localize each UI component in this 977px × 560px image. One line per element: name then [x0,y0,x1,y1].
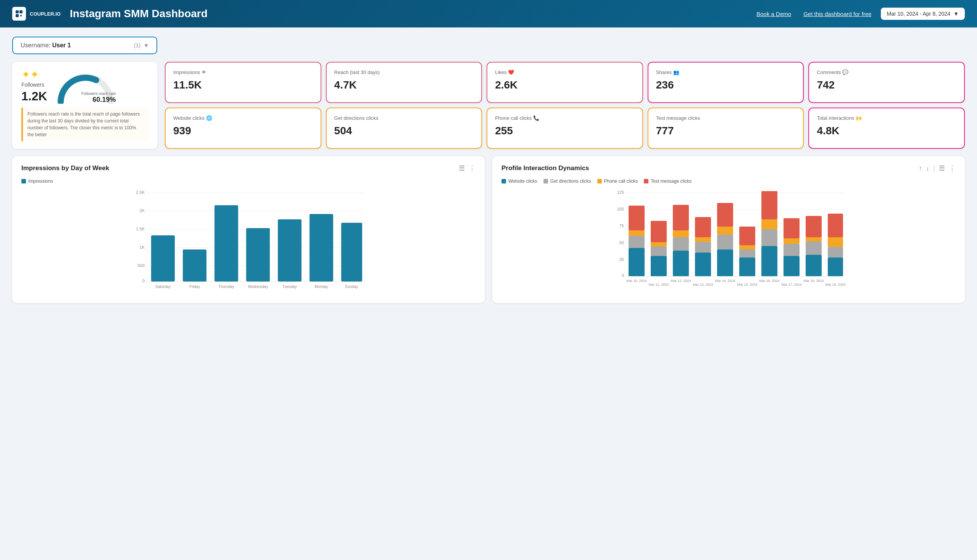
svg-text:1.5K: 1.5K [136,227,145,231]
top-section: ✦✦ Followers 1.2K Followers reach rate 6… [12,62,965,149]
profile-chart-title: Profile Interaction Dynamics [501,164,589,172]
svg-rect-63 [739,250,755,257]
impressions-chart-title: Impressions by Day of Week [22,164,109,172]
svg-rect-67 [762,229,777,246]
svg-rect-70 [783,256,800,276]
svg-rect-1 [20,10,23,13]
header-links: Book a Demo Get this dashboard for free [757,11,871,17]
svg-rect-54 [695,253,711,276]
chart-header: Profile Interaction Dynamics ↑ ↓ | ☰ ⋮ [501,164,955,172]
chart-legend: Impressions [22,178,476,184]
username-label: Username: User 1 [21,42,71,49]
svg-rect-20 [214,205,238,282]
followers-label: Followers [22,82,47,88]
svg-text:0: 0 [142,278,145,283]
date-range-label: Mar 10, 2024 - Apr 8, 2024 [887,11,951,17]
metric-impressions: Impressions 👁 11.5K [165,62,321,103]
svg-text:75: 75 [620,223,624,228]
svg-text:2K: 2K [140,208,145,213]
metric-value: 742 [817,79,956,91]
svg-text:Mar 17, 2024: Mar 17, 2024 [781,283,802,287]
more-icon[interactable]: ⋮ [949,164,955,172]
svg-rect-75 [806,242,822,255]
legend-label: Get directions clicks [550,178,591,184]
svg-rect-50 [673,251,689,276]
metric-value: 4.7K [334,79,474,91]
legend-directions: Get directions clicks [543,178,591,184]
metric-label: Reach (last 30 days) [334,70,474,75]
metric-value: 4.8K [817,125,956,137]
metric-value: 11.5K [173,79,313,91]
username-selector[interactable]: Username: User 1 (1) ▼ [12,37,157,54]
svg-rect-74 [806,255,822,276]
svg-text:Mar 19, 2024: Mar 19, 2024 [825,283,845,287]
svg-rect-56 [695,237,711,242]
sort-down-icon[interactable]: ↓ [926,164,929,172]
metric-label: Shares 👥 [656,70,796,75]
filter-icon[interactable]: ☰ [939,164,945,172]
user-count: (1) [134,42,140,48]
main-content: Username: User 1 (1) ▼ ✦✦ Followers 1.2K [0,27,977,312]
followers-card: ✦✦ Followers 1.2K Followers reach rate 6… [12,62,157,149]
svg-text:25: 25 [620,257,624,262]
svg-rect-79 [828,247,843,257]
metrics-grid: Impressions 👁 11.5K Reach (last 30 days)… [165,62,965,149]
svg-text:Mar 16, 2024: Mar 16, 2024 [759,279,779,283]
svg-rect-46 [651,256,667,276]
stacked-chart-legend: Website clicks Get directions clicks Pho… [501,178,955,184]
date-range-picker[interactable]: Mar 10, 2024 - Apr 8, 2024 ▼ [881,8,965,20]
legend-phone: Phone call clicks [597,178,638,184]
chevron-down-icon: ▼ [954,11,959,17]
followers-note: Followers reach rate is the total reach … [22,108,148,141]
metric-likes: Likes ❤️ 2.6K [487,62,643,103]
metric-reach: Reach (last 30 days) 4.7K [326,62,483,103]
brand-name: COUPLER.IO [30,11,61,17]
metric-label: Get directions clicks [334,115,474,121]
more-icon[interactable]: ⋮ [469,164,476,172]
impressions-chart-card: Impressions by Day of Week ☰ ⋮ Impressio… [12,157,485,303]
svg-text:Mar 14, 2024: Mar 14, 2024 [715,279,735,283]
legend-label: Impressions [28,178,53,184]
svg-rect-76 [806,237,822,242]
metric-label: Website clicks 🌐 [173,115,313,121]
legend-color [22,179,26,183]
legend-text: Text message clicks [644,178,691,184]
svg-rect-60 [717,227,733,235]
profile-stacked-chart: 125 100 75 50 25 0 [501,188,955,290]
legend-impressions: Impressions [22,178,53,184]
svg-rect-28 [341,223,362,282]
svg-rect-81 [828,213,843,237]
svg-rect-45 [628,206,645,230]
metric-phone-clicks: Phone call clicks 📞 255 [487,108,643,149]
svg-rect-65 [739,227,755,245]
sort-up-icon[interactable]: ↑ [919,164,922,172]
metric-label: Comments 💬 [817,70,956,75]
chart-actions: ☰ ⋮ [459,164,476,172]
filter-icon[interactable]: ☰ [459,164,465,172]
metric-shares: Shares 👥 236 [648,62,804,103]
logo-icon [12,7,26,21]
svg-text:Mar 10, 2024: Mar 10, 2024 [626,279,646,283]
svg-rect-22 [246,228,270,282]
svg-text:1K: 1K [140,245,145,250]
svg-text:125: 125 [617,190,624,195]
svg-text:Mar 18, 2024: Mar 18, 2024 [803,279,823,283]
metric-text-clicks: Text message clicks 777 [648,108,804,149]
svg-rect-72 [783,238,800,244]
get-dashboard-link[interactable]: Get this dashboard for free [803,11,871,17]
metric-value: 2.6K [495,79,635,91]
svg-rect-49 [651,221,667,242]
svg-rect-53 [673,205,689,230]
chevron-down-icon: ▼ [144,42,149,48]
svg-text:Tuesday: Tuesday [282,285,297,289]
metric-value: 255 [495,125,635,137]
svg-text:Wednesday: Wednesday [248,285,268,289]
legend-label: Website clicks [508,178,537,184]
svg-text:Mar 11, 2024: Mar 11, 2024 [648,283,669,287]
book-demo-link[interactable]: Book a Demo [757,11,791,17]
followers-value: 1.2K [22,89,47,103]
svg-rect-0 [16,10,19,13]
gauge-chart: Followers reach rate 60.19% [55,70,116,104]
metric-comments: Comments 💬 742 [808,62,965,103]
svg-rect-73 [783,218,800,238]
